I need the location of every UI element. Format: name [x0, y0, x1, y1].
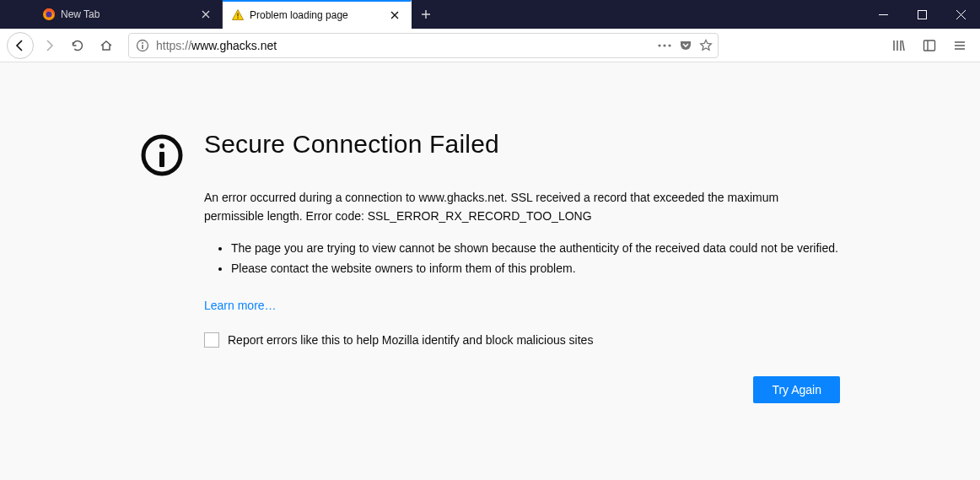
- svg-point-1: [46, 12, 52, 18]
- page-actions: [657, 39, 713, 52]
- info-circle-icon: [140, 133, 184, 177]
- report-row: Report errors like this to help Mozilla …: [204, 332, 840, 348]
- tab-new-tab[interactable]: New Tab: [34, 0, 223, 29]
- pocket-icon[interactable]: [679, 39, 692, 52]
- url-bar[interactable]: https://www.ghacks.net: [128, 33, 719, 58]
- titlebar: New Tab Problem loading page: [0, 0, 980, 29]
- warning-icon: [231, 8, 245, 22]
- error-body: Secure Connection Failed An error occurr…: [204, 130, 840, 403]
- svg-point-14: [159, 143, 164, 148]
- svg-point-6: [142, 42, 143, 44]
- sidebar-icon[interactable]: [916, 32, 943, 59]
- svg-rect-11: [924, 40, 935, 51]
- tab-problem-loading[interactable]: Problem loading page: [223, 0, 412, 29]
- svg-rect-2: [237, 13, 238, 17]
- error-description: An error occurred during a connection to…: [204, 189, 840, 225]
- home-button[interactable]: [93, 32, 120, 59]
- try-again-button[interactable]: Try Again: [753, 376, 840, 403]
- bookmark-star-icon[interactable]: [699, 39, 713, 52]
- error-title: Secure Connection Failed: [204, 130, 840, 159]
- page-actions-menu-icon[interactable]: [657, 43, 672, 48]
- tab-label: Problem loading page: [250, 9, 387, 21]
- maximize-button[interactable]: [902, 0, 941, 29]
- svg-rect-4: [918, 10, 926, 19]
- url-host: www.ghacks.net: [191, 39, 277, 52]
- identity-info-icon[interactable]: [134, 39, 151, 52]
- svg-rect-15: [159, 152, 164, 167]
- svg-point-8: [658, 44, 660, 46]
- url-protocol: https://: [156, 39, 191, 52]
- back-button[interactable]: [7, 32, 34, 59]
- firefox-icon: [42, 8, 56, 21]
- new-tab-button[interactable]: [412, 0, 440, 29]
- minimize-button[interactable]: [864, 0, 902, 29]
- window-controls: [864, 0, 980, 29]
- error-container: Secure Connection Failed An error occurr…: [132, 130, 848, 403]
- error-bullet: Please contact the website owners to inf…: [231, 259, 840, 279]
- error-list: The page you are trying to view cannot b…: [204, 239, 840, 279]
- svg-point-10: [668, 44, 670, 46]
- report-label: Report errors like this to help Mozilla …: [228, 333, 593, 347]
- toolbar-right: [886, 32, 973, 59]
- action-row: Try Again: [204, 376, 840, 403]
- tabs-area: New Tab Problem loading page: [0, 0, 864, 29]
- toolbar: https://www.ghacks.net: [0, 29, 980, 62]
- close-icon[interactable]: [198, 7, 213, 22]
- app-menu-icon[interactable]: [946, 32, 973, 59]
- svg-rect-3: [237, 18, 238, 19]
- svg-point-9: [663, 44, 665, 46]
- error-bullet: The page you are trying to view cannot b…: [231, 239, 840, 259]
- library-icon[interactable]: [886, 32, 913, 59]
- reload-button[interactable]: [64, 32, 91, 59]
- report-checkbox[interactable]: [204, 332, 219, 348]
- tab-label: New Tab: [61, 8, 198, 20]
- close-window-button[interactable]: [941, 0, 980, 29]
- learn-more-link[interactable]: Learn more…: [204, 299, 277, 312]
- close-icon[interactable]: [387, 8, 402, 23]
- svg-rect-7: [142, 45, 143, 49]
- forward-button[interactable]: [35, 32, 62, 59]
- content: Secure Connection Failed An error occurr…: [0, 62, 980, 403]
- url-text: https://www.ghacks.net: [151, 39, 657, 52]
